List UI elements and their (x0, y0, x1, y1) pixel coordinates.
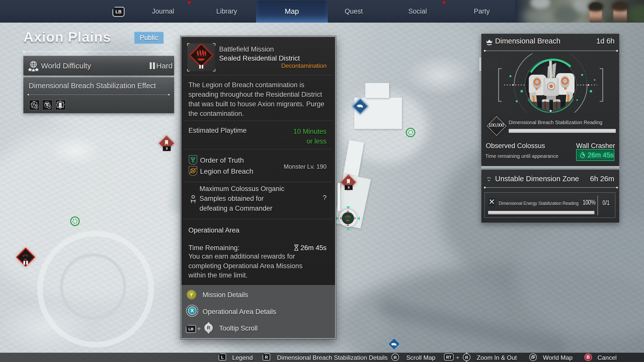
zone-reading-box: Dimensional Energy Stabilization Reading… (485, 192, 615, 218)
difficulty-rank-icon (150, 62, 156, 70)
mission-pin-rank: II (345, 185, 353, 190)
stabilization-effect-panel: Dimensional Breach Stabilization Effect … (23, 77, 174, 113)
faction-2-name: Legion of Breach (200, 167, 253, 175)
cancel-label[interactable]: Cancel (597, 354, 617, 361)
marker-outpost-2[interactable] (70, 216, 80, 226)
colossus-hud-image (487, 54, 615, 113)
breach-reading-bar (509, 129, 616, 133)
breach-rank-pip (23, 261, 25, 265)
fangs-icon (193, 48, 209, 63)
footer-mission-details[interactable]: Mission Details (203, 291, 248, 299)
zone-fangs-icon (485, 175, 493, 183)
tooltip-divider (184, 121, 333, 121)
time-remaining-label: Time Remaining: (188, 244, 239, 252)
r-button-icon[interactable]: R (263, 353, 270, 360)
playtime-label: Estimated Playtime (188, 127, 247, 134)
mission-tag: Decontamination (281, 62, 327, 69)
lb-button-icon[interactable]: LB (186, 325, 196, 333)
globe-difficulty-icon (28, 60, 39, 71)
monster-level: Monster Lv. 190 (284, 163, 327, 170)
fangs-icon (343, 213, 353, 223)
tab-journal[interactable]: Journal (152, 0, 174, 23)
footer-plus: + (197, 325, 201, 333)
zone-panel-divider (485, 187, 617, 188)
tab-library[interactable]: Library (216, 0, 237, 23)
tab-quest[interactable]: Quest (345, 0, 363, 23)
effect-threat-icon[interactable] (55, 100, 66, 110)
operational-area-label: Operational Area (188, 227, 239, 234)
breach-rank-pip (26, 261, 28, 265)
observed-colossus-label: Observed Colossus (486, 142, 545, 150)
zoom-plus: + (456, 354, 459, 361)
samples-text: Maximum Colossus OrganicSamples obtained… (199, 184, 285, 213)
footer-tooltip-scroll[interactable]: Tooltip Scroll (219, 325, 258, 332)
fangs-icon (21, 252, 31, 262)
breach-panel-time: 1d 6h (596, 37, 615, 45)
tooltip-footer: Y Mission Details X Operational Area Det… (181, 285, 335, 338)
marker-outpost-1[interactable] (406, 128, 415, 137)
selector-arrow-top (346, 206, 350, 211)
energy-reading-label: Dimensional Energy Stabilization Reading (499, 201, 579, 206)
map-building (365, 83, 389, 98)
x-button-icon[interactable]: X (188, 306, 196, 315)
social-notification-dot (443, 1, 446, 4)
svg-text:5: 5 (35, 106, 37, 108)
marker-selected-mission[interactable] (339, 209, 357, 227)
footer-operational-details[interactable]: Operational Area Details (203, 308, 276, 316)
selected-core (341, 212, 354, 225)
legion-of-breach-icon (188, 166, 198, 176)
tab-map[interactable]: Map (285, 0, 299, 23)
tooltip-scrollbar[interactable] (338, 183, 340, 211)
stabilization-details-label[interactable]: Dimensional Breach Stabilization Details (277, 354, 388, 361)
tab-social[interactable]: Social (408, 0, 427, 23)
observed-colossus-value: Wall Crasher (576, 142, 615, 150)
mission-rank-pip (199, 65, 201, 69)
mission-icon (187, 43, 215, 71)
region-title: Axion Plains (23, 29, 111, 45)
colossus-crown-icon (485, 37, 493, 46)
hovercraft-icon (390, 341, 398, 348)
world-map-label[interactable]: World Map (543, 354, 573, 361)
r-stick-icon[interactable]: R (204, 324, 213, 332)
effect-loot-icon[interactable]: 5 (29, 100, 39, 110)
hovercraft-icon (356, 102, 365, 111)
tab-party[interactable]: Party (474, 0, 490, 23)
b-button-icon[interactable]: B (584, 353, 592, 361)
l-button-icon[interactable]: L (219, 353, 226, 360)
energy-percent: 100% (583, 199, 595, 206)
breach-panel-title: Dimensional Breach (495, 37, 560, 45)
map-ring-structure-inner (60, 253, 126, 320)
stabilization-divider (28, 95, 169, 95)
y-button-icon[interactable]: Y (187, 290, 196, 299)
world-difficulty-label: World Difficulty (41, 62, 91, 70)
title-divider (23, 51, 174, 52)
zoom-label[interactable]: Zoom In & Out (477, 354, 517, 361)
rt-button-icon[interactable]: RT (444, 353, 454, 360)
r-stick-zoom-icon[interactable]: R (463, 353, 470, 361)
r-stick-scroll-icon[interactable]: R (391, 353, 399, 361)
zone-panel-title: Unstable Dimension Zone (495, 175, 579, 183)
tooltip-divider (184, 75, 333, 75)
panel-edge (481, 166, 619, 169)
world-map-icon[interactable] (529, 353, 537, 361)
samples-hint[interactable]: ? (323, 194, 327, 202)
dimensional-breach-panel: Dimensional Breach 1d 6h (481, 34, 619, 166)
mission-name: Sealed Residential District (219, 54, 300, 62)
mission-type: Battlefield Mission (219, 46, 274, 53)
selector-arrow-bottom (346, 225, 350, 230)
mission-tooltip: Battlefield Mission Sealed Residential D… (181, 36, 336, 339)
scroll-map-label[interactable]: Scroll Map (406, 354, 435, 361)
lb-shoulder-icon[interactable]: LB (112, 7, 125, 17)
tooltip-divider (184, 219, 333, 219)
stabilization-effect-title: Dimensional Breach Stabilization Effect (29, 82, 156, 90)
tooltip-divider (184, 182, 333, 182)
effect-drop-icon[interactable] (42, 100, 53, 110)
operational-note: You can earn additional rewards forcompl… (188, 252, 329, 280)
appearance-countdown-badge: 26m 45s (576, 149, 614, 161)
commander-sample-icon (190, 195, 197, 204)
legend-label[interactable]: Legend (232, 354, 253, 361)
visibility-button[interactable]: Public (134, 32, 164, 44)
playtime-value: 10 Minutesor less (293, 127, 327, 146)
stopwatch-icon (580, 152, 586, 158)
outpost-inner-ring (408, 130, 413, 135)
